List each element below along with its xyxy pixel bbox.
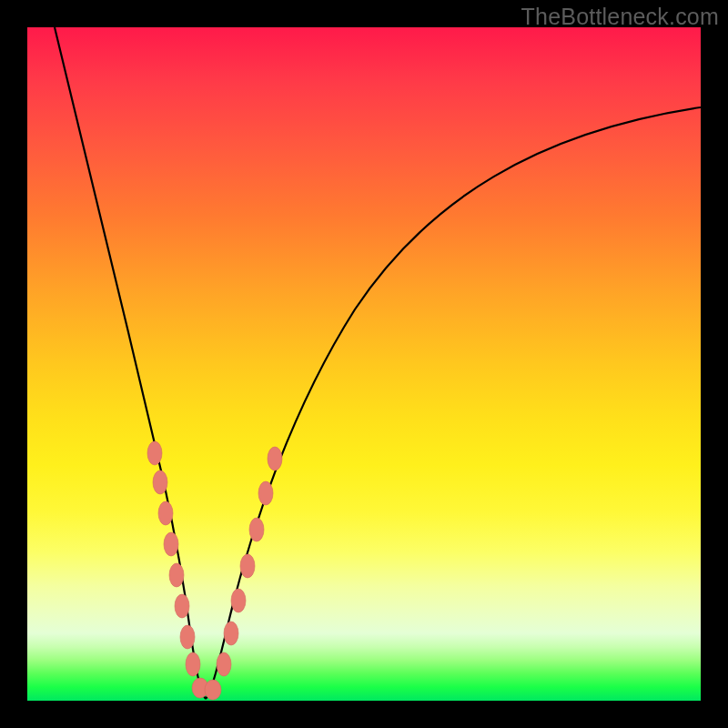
svg-point-16	[268, 447, 282, 470]
svg-point-9	[205, 680, 221, 700]
curve-markers	[147, 441, 282, 700]
svg-point-0	[147, 441, 162, 465]
svg-point-11	[224, 622, 238, 645]
watermark-text: TheBottleneck.com	[521, 4, 719, 30]
svg-point-12	[231, 589, 246, 612]
svg-point-4	[169, 563, 184, 587]
svg-point-2	[158, 501, 173, 525]
svg-point-7	[186, 652, 200, 676]
svg-point-14	[249, 518, 264, 541]
svg-point-6	[180, 625, 195, 649]
svg-point-10	[217, 652, 231, 676]
svg-point-13	[240, 554, 255, 578]
svg-point-5	[175, 594, 189, 618]
svg-point-1	[153, 470, 167, 494]
plot-area	[27, 27, 701, 701]
svg-point-15	[258, 481, 273, 505]
chart-frame: TheBottleneck.com	[0, 0, 728, 728]
bottleneck-curve	[27, 27, 701, 701]
svg-point-3	[164, 532, 178, 556]
